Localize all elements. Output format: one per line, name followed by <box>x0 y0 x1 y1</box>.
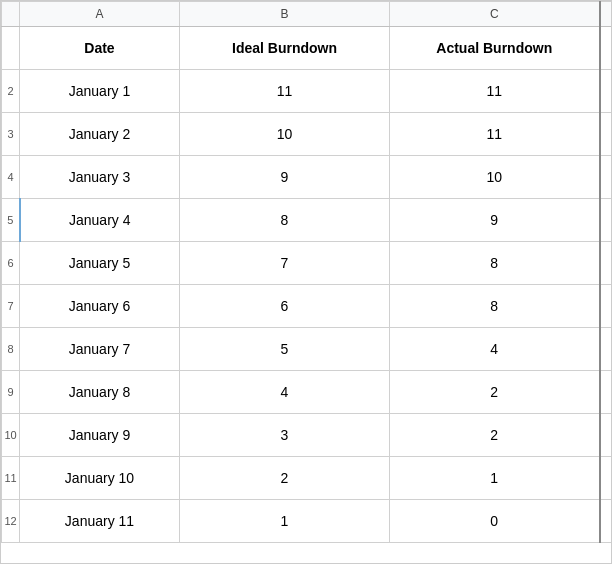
table-row: 7January 668 <box>2 285 613 328</box>
col-d-cell <box>600 199 613 242</box>
actual-burndown-cell[interactable]: 10 <box>390 156 600 199</box>
actual-burndown-cell[interactable]: 0 <box>390 500 600 543</box>
table-row: 10January 932 <box>2 414 613 457</box>
date-cell[interactable]: January 2 <box>20 113 180 156</box>
actual-burndown-cell[interactable]: 8 <box>390 242 600 285</box>
col-d-cell <box>600 156 613 199</box>
table-row: 3January 21011 <box>2 113 613 156</box>
col-d-cell <box>600 414 613 457</box>
col-d-cell <box>600 113 613 156</box>
date-cell[interactable]: January 11 <box>20 500 180 543</box>
row-number: 8 <box>2 328 20 371</box>
col-d-cell <box>600 242 613 285</box>
actual-burndown-cell[interactable]: 9 <box>390 199 600 242</box>
actual-burndown-cell[interactable]: 2 <box>390 371 600 414</box>
row-number: 2 <box>2 70 20 113</box>
row-number: 7 <box>2 285 20 328</box>
date-header: Date <box>20 27 180 70</box>
actual-burndown-cell[interactable]: 1 <box>390 457 600 500</box>
header-row-num <box>2 27 20 70</box>
table-row: 6January 578 <box>2 242 613 285</box>
ideal-burndown-cell[interactable]: 2 <box>180 457 390 500</box>
col-d-header <box>600 2 613 27</box>
actual-burndown-cell[interactable]: 4 <box>390 328 600 371</box>
actual-burndown-cell[interactable]: 11 <box>390 113 600 156</box>
table-row: 5January 489 <box>2 199 613 242</box>
date-cell[interactable]: January 8 <box>20 371 180 414</box>
ideal-burndown-cell[interactable]: 5 <box>180 328 390 371</box>
ideal-burndown-cell[interactable]: 6 <box>180 285 390 328</box>
date-cell[interactable]: January 9 <box>20 414 180 457</box>
row-number: 6 <box>2 242 20 285</box>
date-cell[interactable]: January 7 <box>20 328 180 371</box>
col-d-cell <box>600 328 613 371</box>
col-c-header: C <box>390 2 600 27</box>
row-number: 3 <box>2 113 20 156</box>
row-number: 11 <box>2 457 20 500</box>
ideal-burndown-cell[interactable]: 7 <box>180 242 390 285</box>
ideal-burndown-cell[interactable]: 11 <box>180 70 390 113</box>
date-cell[interactable]: January 3 <box>20 156 180 199</box>
col-d-cell <box>600 457 613 500</box>
table-row: 2January 11111 <box>2 70 613 113</box>
row-number: 12 <box>2 500 20 543</box>
data-header-row: Date Ideal Burndown Actual Burndown <box>2 27 613 70</box>
date-cell[interactable]: January 6 <box>20 285 180 328</box>
table-body: 2January 111113January 210114January 391… <box>2 70 613 543</box>
actual-burndown-header: Actual Burndown <box>390 27 600 70</box>
ideal-burndown-cell[interactable]: 9 <box>180 156 390 199</box>
table-row: 11January 1021 <box>2 457 613 500</box>
column-header-row: A B C <box>2 2 613 27</box>
row-indicator-header <box>2 2 20 27</box>
date-cell[interactable]: January 4 <box>20 199 180 242</box>
date-cell[interactable]: January 5 <box>20 242 180 285</box>
ideal-burndown-cell[interactable]: 8 <box>180 199 390 242</box>
row-number: 4 <box>2 156 20 199</box>
col-d-cell <box>600 500 613 543</box>
actual-burndown-cell[interactable]: 2 <box>390 414 600 457</box>
row-number: 5 <box>2 199 20 242</box>
col-d-cell <box>600 371 613 414</box>
ideal-burndown-cell[interactable]: 1 <box>180 500 390 543</box>
spreadsheet: A B C Date Ideal Burndown Actual Burndow… <box>0 0 612 564</box>
col-b-header: B <box>180 2 390 27</box>
spreadsheet-table: A B C Date Ideal Burndown Actual Burndow… <box>1 1 612 543</box>
table-row: 4January 3910 <box>2 156 613 199</box>
col-d-cell <box>600 70 613 113</box>
header-col-d <box>600 27 613 70</box>
table-row: 12January 1110 <box>2 500 613 543</box>
row-number: 10 <box>2 414 20 457</box>
col-d-cell <box>600 285 613 328</box>
actual-burndown-cell[interactable]: 11 <box>390 70 600 113</box>
actual-burndown-cell[interactable]: 8 <box>390 285 600 328</box>
ideal-burndown-cell[interactable]: 3 <box>180 414 390 457</box>
row-number: 9 <box>2 371 20 414</box>
table-row: 8January 754 <box>2 328 613 371</box>
col-a-header: A <box>20 2 180 27</box>
ideal-burndown-header: Ideal Burndown <box>180 27 390 70</box>
date-cell[interactable]: January 1 <box>20 70 180 113</box>
ideal-burndown-cell[interactable]: 10 <box>180 113 390 156</box>
date-cell[interactable]: January 10 <box>20 457 180 500</box>
ideal-burndown-cell[interactable]: 4 <box>180 371 390 414</box>
table-row: 9January 842 <box>2 371 613 414</box>
